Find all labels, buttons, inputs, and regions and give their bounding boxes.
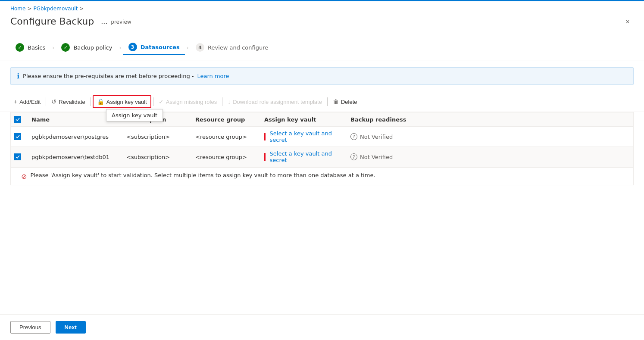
- download-template-label: Download role assignment template: [233, 99, 322, 105]
- download-template-button[interactable]: ↓ Download role assignment template: [224, 96, 325, 107]
- row2-checkbox[interactable]: [14, 153, 21, 160]
- row1-key-vault-link[interactable]: Select a key vault and secret: [264, 130, 340, 143]
- step-backup-policy[interactable]: ✓ Backup policy: [56, 41, 117, 54]
- data-table: Name Subscription Resource group Assign …: [10, 112, 634, 168]
- breadcrumb-vault[interactable]: PGbkpdemovault: [34, 6, 78, 12]
- row2-key-vault-link[interactable]: Select a key vault and secret: [264, 150, 340, 163]
- breadcrumb-sep2: >: [79, 6, 84, 12]
- error-icon: ⊘: [21, 172, 27, 181]
- header-checkbox[interactable]: [14, 116, 21, 123]
- row2-subscription: <subscription>: [121, 147, 190, 167]
- row1-checkbox-cell: [11, 127, 26, 147]
- row2-key-vault: Select a key vault and secret: [259, 147, 345, 167]
- assign-key-vault-label: Assign key vault: [106, 99, 147, 105]
- step-policy-label: Backup policy: [73, 44, 112, 51]
- lock-icon: 🔒: [97, 98, 104, 105]
- row1-name: pgbkpdemoserver\postgres: [26, 127, 121, 147]
- page-header: Configure Backup ... preview ×: [0, 13, 644, 35]
- step-datasources[interactable]: 3 Datasources: [123, 40, 185, 55]
- breadcrumb-sep1: >: [27, 6, 31, 12]
- page-title: Configure Backup: [10, 16, 94, 27]
- table-row: pgbkpdemoserver\postgres <subscription> …: [11, 127, 633, 147]
- step-basics[interactable]: ✓ Basics: [10, 41, 50, 54]
- add-edit-label: Add/Edit: [19, 99, 41, 105]
- step-datasources-icon: 3: [128, 43, 137, 51]
- assign-key-vault-button[interactable]: 🔒 Assign key vault: [93, 95, 151, 108]
- step-datasources-label: Datasources: [141, 44, 180, 50]
- error-row: ⊘ Please 'Assign key vault' to start val…: [10, 168, 634, 185]
- assign-missing-roles-button[interactable]: ✓ Assign missing roles: [155, 96, 221, 107]
- breadcrumb: Home > PGbkpdemovault >: [0, 1, 644, 13]
- info-text: Please ensure the pre-requisites are met…: [23, 73, 194, 79]
- plus-icon: +: [14, 98, 17, 105]
- row1-key-vault: Select a key vault and secret: [259, 127, 345, 147]
- info-icon: ℹ: [17, 72, 19, 80]
- assign-missing-label: Assign missing roles: [166, 99, 217, 105]
- toolbar-separator-2: [91, 97, 91, 106]
- wizard-steps: ✓ Basics › ✓ Backup policy › 3 Datasourc…: [0, 35, 644, 60]
- toolbar-separator-3: [153, 97, 153, 106]
- row1-subscription: <subscription>: [121, 127, 190, 147]
- revalidate-icon: ↺: [51, 98, 56, 105]
- step-review-icon: 4: [196, 43, 204, 52]
- step-basics-label: Basics: [28, 44, 45, 51]
- error-message: Please 'Assign key vault' to start valid…: [30, 172, 375, 178]
- step-review[interactable]: 4 Review and configure: [191, 41, 273, 54]
- trash-icon: 🗑: [333, 98, 339, 105]
- info-banner: ℹ Please ensure the pre-requisites are m…: [10, 67, 634, 85]
- table-header: Name Subscription Resource group Assign …: [11, 112, 633, 127]
- delete-button[interactable]: 🗑 Delete: [329, 96, 361, 107]
- col-header-backup-readiness: Backup readiness: [345, 112, 423, 126]
- col-header-resource-group: Resource group: [190, 112, 259, 126]
- step-review-label: Review and configure: [208, 44, 268, 51]
- row2-name: pgbkpdemoserver\testdb01: [26, 147, 121, 167]
- row1-help-icon: ?: [350, 133, 357, 140]
- table-row: pgbkpdemoserver\testdb01 <subscription> …: [11, 147, 633, 167]
- row1-checkbox[interactable]: [14, 133, 21, 140]
- revalidate-button[interactable]: ↺ Revalidate: [48, 96, 88, 107]
- add-edit-button[interactable]: + Add/Edit: [10, 96, 44, 107]
- download-icon: ↓: [228, 98, 231, 105]
- learn-more-link[interactable]: Learn more: [197, 73, 229, 79]
- revalidate-label: Revalidate: [59, 99, 85, 105]
- assign-key-vault-tooltip: Assign key vault: [106, 109, 163, 122]
- step-policy-icon: ✓: [61, 43, 70, 52]
- row2-checkbox-cell: [11, 147, 26, 167]
- toolbar: + Add/Edit ↺ Revalidate 🔒 Assign key vau…: [0, 92, 644, 112]
- step-basics-icon: ✓: [16, 43, 24, 52]
- next-button[interactable]: Next: [56, 321, 86, 334]
- toolbar-separator-1: [46, 97, 46, 106]
- row2-resource-group: <resource group>: [190, 147, 259, 167]
- ellipsis-button[interactable]: ...: [97, 16, 111, 27]
- delete-label: Delete: [341, 99, 357, 105]
- row1-resource-group: <resource group>: [190, 127, 259, 147]
- toolbar-separator-4: [222, 97, 222, 106]
- breadcrumb-home[interactable]: Home: [10, 6, 25, 12]
- close-button[interactable]: ×: [622, 16, 634, 28]
- col-header-assign-key-vault: Assign key vault: [259, 112, 345, 126]
- previous-button[interactable]: Previous: [10, 321, 50, 334]
- check-icon: ✓: [159, 98, 164, 105]
- toolbar-separator-5: [327, 97, 328, 106]
- page-subtitle: preview: [111, 19, 131, 25]
- row1-backup-readiness: ? Not Verified: [345, 127, 423, 147]
- row2-backup-readiness: ? Not Verified: [345, 147, 423, 167]
- header-checkbox-cell: [11, 112, 26, 126]
- row2-help-icon: ?: [350, 153, 357, 160]
- bottom-bar: Previous Next: [0, 314, 644, 340]
